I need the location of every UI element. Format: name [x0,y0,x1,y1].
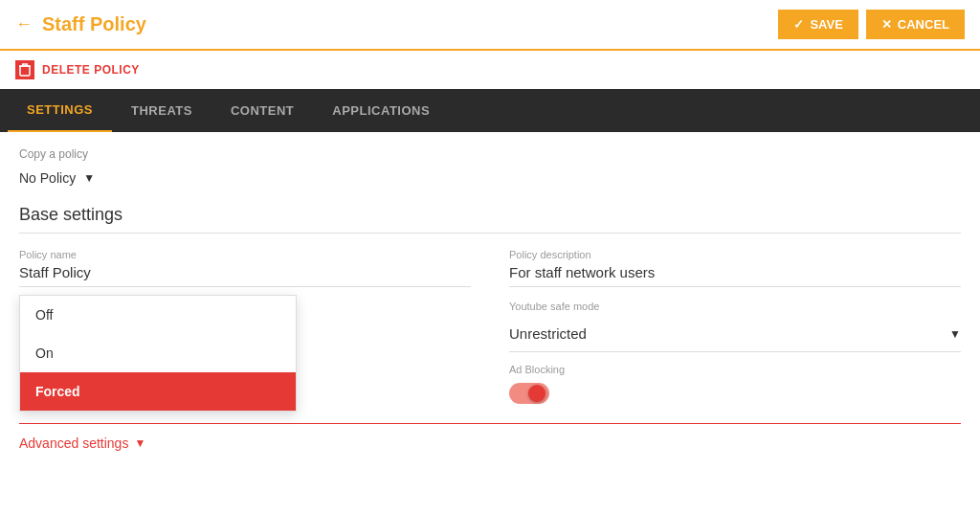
policy-name-value: Staff Policy [19,264,471,287]
youtube-safe-mode-value: Unrestricted [509,325,587,342]
ad-blocking-toggle[interactable] [509,383,961,404]
base-settings-title: Base settings [19,205,961,225]
youtube-safe-mode-label: Youtube safe mode [509,301,961,312]
save-label: SAVE [810,17,842,32]
cancel-button[interactable]: ✕ CANCEL [866,10,965,39]
youtube-safe-mode-dropdown[interactable]: Unrestricted ▼ [509,316,961,352]
header-left: ← Staff Policy [15,13,146,35]
main-content: Copy a policy No Policy ▼ Base settings … [0,132,980,466]
dropdown-option-off[interactable]: Off [20,296,296,334]
right-column: Policy description For staff network use… [509,249,961,404]
tab-content[interactable]: CONTENT [212,90,313,131]
trash-icon [19,63,31,77]
x-icon: ✕ [881,17,892,32]
dropdown-option-forced[interactable]: Forced [20,372,296,411]
dropdown-list: Off On Forced [19,295,297,412]
advanced-settings-chevron-icon: ▼ [134,436,145,450]
copy-policy-select[interactable]: No Policy ▼ [19,167,961,190]
toggle-track [509,383,549,404]
section-divider [19,233,961,234]
copy-policy-label: Copy a policy [19,147,961,161]
policy-description-value: For staff network users [509,264,961,287]
policy-name-label: Policy name [19,249,471,260]
two-col-layout: Policy name Staff Policy Off On Forced P… [19,249,961,404]
youtube-safe-mode-chevron-icon: ▼ [949,327,961,341]
page-title: Staff Policy [42,13,146,35]
delete-icon [15,60,34,79]
advanced-settings-label: Advanced settings [19,435,128,451]
left-column: Policy name Staff Policy Off On Forced [19,249,471,404]
policy-description-label: Policy description [509,249,961,260]
tab-threats[interactable]: THREATS [112,90,212,131]
copy-policy-chevron-icon: ▼ [83,171,95,185]
svg-rect-0 [20,66,30,76]
advanced-settings-row[interactable]: Advanced settings ▼ [19,423,961,451]
header: ← Staff Policy ✓ SAVE ✕ CANCEL [0,0,980,51]
delete-policy-button[interactable]: DELETE POLICY [42,63,140,77]
dropdown-option-on[interactable]: On [20,334,296,372]
header-buttons: ✓ SAVE ✕ CANCEL [778,10,965,39]
copy-policy-value: No Policy [19,170,76,186]
back-arrow-icon[interactable]: ← [15,14,33,34]
ad-blocking-label: Ad Blocking [509,364,961,375]
tab-applications[interactable]: APPLICATIONS [313,90,449,131]
tab-bar: SETTINGS THREATS CONTENT APPLICATIONS [0,89,980,132]
cancel-label: CANCEL [898,17,949,32]
tab-settings[interactable]: SETTINGS [8,89,112,132]
toggle-switch[interactable] [509,383,549,404]
check-icon: ✓ [793,17,804,32]
delete-row: DELETE POLICY [0,51,980,89]
toggle-thumb [528,385,546,402]
save-button[interactable]: ✓ SAVE [778,10,858,39]
